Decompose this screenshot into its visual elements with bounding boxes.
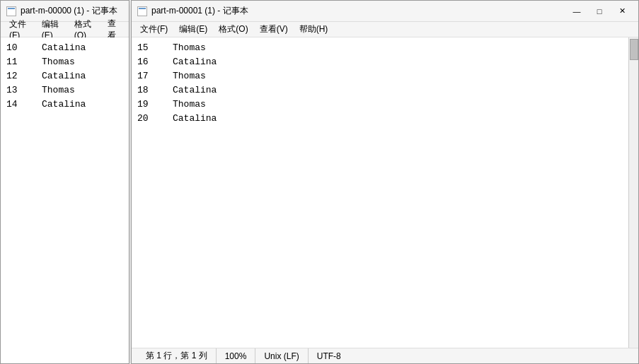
menu-edit-left[interactable]: 编辑(E) <box>36 22 69 37</box>
window-right: part-m-00001 (1) - 记事本 — □ ✕ 文件(F) 编辑(E)… <box>131 0 639 364</box>
line-11: 11 Thomas <box>6 54 123 69</box>
status-line-ending: Unix (LF) <box>255 348 308 363</box>
menu-file-left[interactable]: 文件(F) <box>4 22 36 37</box>
notepad-icon-left <box>6 6 16 16</box>
line-19: 19 Thomas <box>137 97 633 111</box>
title-left-right: part-m-00001 (1) - 记事本 <box>137 5 248 17</box>
menu-file-right[interactable]: 文件(F) <box>134 22 173 37</box>
window-left: part-m-00000 (1) - 记事本 文件(F) 编辑(E) 格式(O)… <box>0 0 129 364</box>
scrollbar-thumb[interactable] <box>630 39 638 60</box>
maximize-button[interactable]: □ <box>589 4 610 19</box>
line-17: 17 Thomas <box>137 69 633 83</box>
windows-container: part-m-00000 (1) - 记事本 文件(F) 编辑(E) 格式(O)… <box>0 0 639 364</box>
menu-format-right[interactable]: 格式(O) <box>213 22 253 37</box>
menu-bar-right: 文件(F) 编辑(E) 格式(O) 查看(V) 帮助(H) <box>132 22 638 37</box>
line-18: 18 Catalina <box>137 83 633 97</box>
title-text-left: part-m-00000 (1) - 记事本 <box>21 5 117 17</box>
line-14: 14 Catalina <box>6 97 123 111</box>
status-position: 第 1 行，第 1 列 <box>137 348 217 363</box>
line-12: 12 Catalina <box>6 69 123 83</box>
editor-area-left[interactable]: 10 Catalina 11 Thomas 12 Catalina 13 Tho… <box>1 37 129 363</box>
line-15: 15 Thomas <box>137 40 633 54</box>
menu-format-left[interactable]: 格式(O) <box>69 22 102 37</box>
title-bar-right: part-m-00001 (1) - 记事本 — □ ✕ <box>132 1 638 22</box>
menu-bar-left: 文件(F) 编辑(E) 格式(O) 查看 <box>1 22 129 37</box>
menu-view-right[interactable]: 查看(V) <box>254 22 294 37</box>
close-button[interactable]: ✕ <box>611 4 633 19</box>
scrollbar-right[interactable] <box>628 37 638 348</box>
title-controls-right: — □ ✕ <box>566 4 633 19</box>
status-zoom: 100% <box>217 348 256 363</box>
title-left-left: part-m-00000 (1) - 记事本 <box>6 5 117 17</box>
status-encoding: UTF-8 <box>309 348 350 363</box>
editor-area-right[interactable]: 15 Thomas 16 Catalina 17 Thomas 18 Catal… <box>132 37 638 348</box>
menu-edit-right[interactable]: 编辑(E) <box>173 22 213 37</box>
minimize-button[interactable]: — <box>566 4 587 19</box>
line-10: 10 Catalina <box>6 40 123 54</box>
menu-view-left[interactable]: 查看 <box>102 22 126 37</box>
title-text-right: part-m-00001 (1) - 记事本 <box>151 5 248 17</box>
line-16: 16 Catalina <box>137 54 633 69</box>
line-20: 20 Catalina <box>137 111 633 125</box>
line-13: 13 Thomas <box>6 83 123 97</box>
notepad-icon-right <box>137 6 147 16</box>
menu-help-right[interactable]: 帮助(H) <box>294 22 334 37</box>
status-bar-right: 第 1 行，第 1 列 100% Unix (LF) UTF-8 <box>132 348 638 363</box>
